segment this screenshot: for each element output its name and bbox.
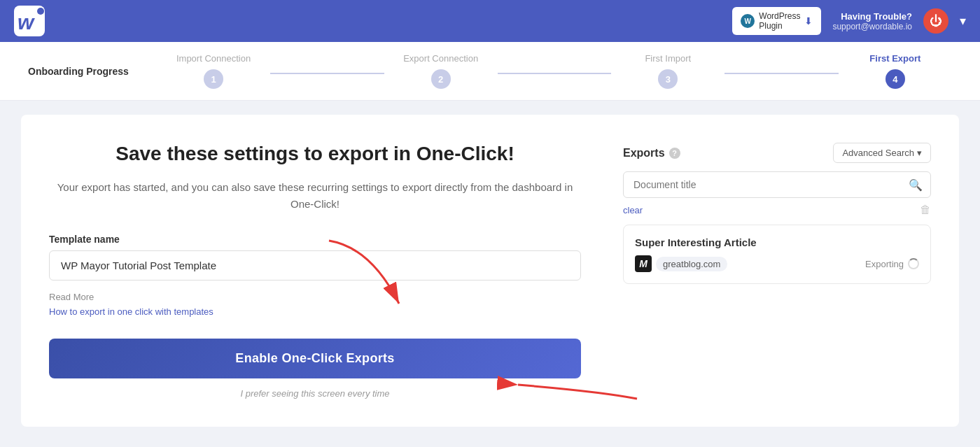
template-name-input[interactable]: [49, 250, 581, 281]
exports-title-text: Exports: [623, 147, 665, 159]
header: w W WordPress Plugin ⬇ Having Trouble? s…: [0, 0, 980, 42]
wordpress-plugin-button[interactable]: W WordPress Plugin ⬇: [732, 7, 821, 36]
clear-filter-link[interactable]: clear: [623, 205, 643, 215]
page-title: Save these settings to export in One-Cli…: [49, 143, 581, 165]
advanced-search-label: Advanced Search: [842, 148, 914, 158]
read-more-label: Read More: [49, 292, 581, 302]
logo: w: [14, 6, 48, 36]
exporting-status: Exporting: [865, 258, 919, 269]
step-1-label: Import Connection: [176, 53, 251, 64]
trouble-info: Having Trouble? support@wordable.io: [832, 11, 912, 31]
enable-btn-wrapper: Enable One-Click Exports: [49, 318, 581, 378]
exports-title: Exports ?: [623, 147, 680, 159]
template-label: Template name: [49, 234, 581, 245]
svg-point-2: [37, 8, 44, 15]
export-meta: M greatblog.com Exporting: [635, 255, 919, 272]
wp-icon: W: [741, 14, 755, 28]
step-line-1: [270, 73, 384, 74]
medium-logo: M: [635, 255, 652, 272]
read-more-link[interactable]: How to export in one click with template…: [49, 306, 214, 317]
step-line-3: [724, 73, 838, 74]
svg-text:w: w: [18, 10, 35, 34]
article-title: Super Interesting Article: [635, 236, 919, 248]
enable-one-click-exports-button[interactable]: Enable One-Click Exports: [49, 339, 581, 378]
help-icon[interactable]: ?: [669, 148, 680, 159]
header-right: W WordPress Plugin ⬇ Having Trouble? sup…: [732, 7, 966, 36]
step-1-circle: 1: [204, 69, 223, 89]
exports-header: Exports ? Advanced Search ▾: [623, 143, 931, 163]
step-3-circle: 3: [658, 69, 678, 89]
logo-icon: w: [14, 6, 48, 36]
search-icon: 🔍: [909, 178, 923, 192]
prefer-text: I prefer seeing this screen every time: [49, 388, 581, 399]
exporting-label: Exporting: [865, 259, 904, 269]
loading-spinner: [908, 258, 919, 269]
step-first-export: First Export 4: [839, 53, 952, 89]
trouble-title: Having Trouble?: [832, 11, 912, 22]
right-panel: Exports ? Advanced Search ▾ 🔍 clear 🗑 Su…: [623, 143, 931, 399]
step-first-import: First Import 3: [611, 53, 724, 89]
step-4-circle: 4: [886, 69, 905, 89]
download-icon: ⬇: [804, 15, 813, 27]
prefer-text-wrapper: I prefer seeing this screen every time: [49, 388, 581, 399]
main-content: Save these settings to export in One-Cli…: [0, 101, 980, 441]
document-title-search-input[interactable]: [623, 171, 931, 198]
blog-info: M greatblog.com: [635, 255, 727, 272]
logo-svg: w: [14, 6, 48, 36]
step-line-2: [498, 73, 611, 74]
read-more-section: Read More How to export in one click wit…: [49, 292, 581, 318]
onboarding-progress: Onboarding Progress Import Connection 1 …: [0, 42, 980, 101]
template-field-group: Template name: [49, 234, 581, 292]
filter-row: clear 🗑: [623, 204, 931, 216]
chevron-down-icon-small: ▾: [917, 148, 922, 158]
progress-label: Onboarding Progress: [28, 66, 129, 77]
left-panel: Save these settings to export in One-Cli…: [49, 143, 581, 399]
step-export-connection: Export Connection 2: [384, 53, 498, 89]
trouble-email: support@wordable.io: [832, 22, 912, 31]
power-button[interactable]: ⏻: [923, 8, 948, 34]
step-4-label: First Export: [869, 53, 920, 64]
chevron-down-icon[interactable]: ▾: [960, 13, 966, 29]
export-card: Super Interesting Article M greatblog.co…: [623, 225, 931, 284]
step-2-label: Export Connection: [403, 53, 478, 64]
content-card: Save these settings to export in One-Cli…: [21, 115, 959, 427]
trash-icon[interactable]: 🗑: [920, 204, 931, 216]
page-description: Your export has started, and you can als…: [49, 179, 581, 213]
step-2-circle: 2: [431, 69, 451, 89]
advanced-search-button[interactable]: Advanced Search ▾: [833, 143, 931, 163]
step-import-connection: Import Connection 1: [157, 53, 270, 89]
search-bar: 🔍: [623, 171, 931, 198]
progress-steps: Import Connection 1 Export Connection 2 …: [157, 53, 952, 89]
wp-plugin-label: WordPress Plugin: [759, 11, 800, 31]
blog-domain: greatblog.com: [656, 257, 727, 271]
step-3-label: First Import: [645, 53, 691, 64]
